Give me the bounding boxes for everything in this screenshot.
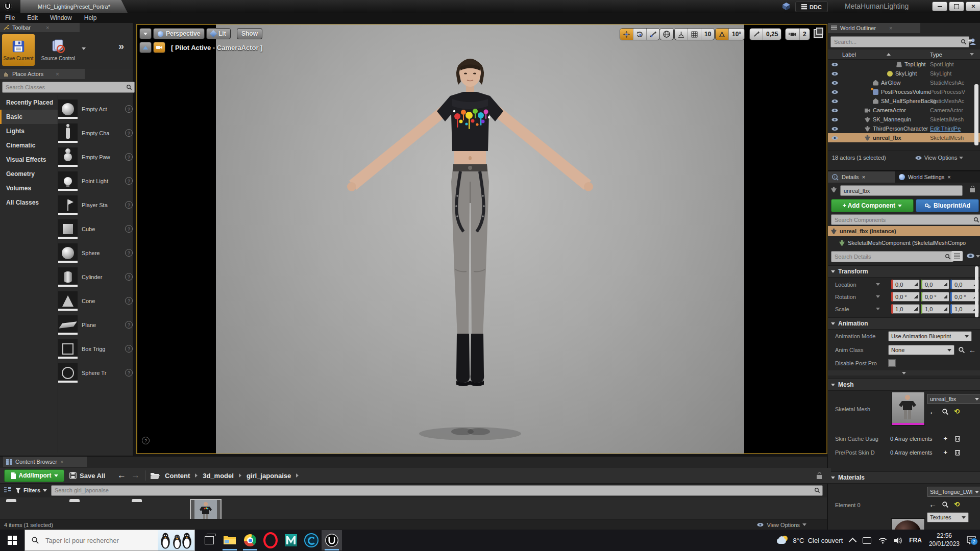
- drag-handle-icon[interactable]: [944, 307, 947, 311]
- menu-help[interactable]: Help: [84, 14, 97, 21]
- language-indicator[interactable]: FRA: [909, 537, 922, 544]
- menu-window[interactable]: Window: [50, 14, 72, 21]
- show-button[interactable]: Show: [237, 28, 262, 39]
- close-icon[interactable]: ×: [889, 25, 892, 31]
- capture-one-button[interactable]: [301, 530, 322, 550]
- details-grid-view-button[interactable]: [951, 251, 963, 261]
- materials-section-header[interactable]: Materials: [828, 471, 980, 484]
- visibility-eye-icon[interactable]: [832, 99, 838, 103]
- notification-center-button[interactable]: 2: [967, 536, 976, 544]
- toolbar-expand-chevron-icon[interactable]: »: [118, 40, 124, 52]
- drag-handle-icon[interactable]: [944, 295, 947, 298]
- world-local-toggle[interactable]: [659, 28, 674, 40]
- actor-item-empty-character[interactable]: Empty Cha ?: [58, 121, 133, 145]
- animation-mode-dropdown[interactable]: Use Animation Blueprint: [888, 331, 972, 341]
- file-explorer-button[interactable]: [219, 530, 240, 550]
- material-dropdown[interactable]: Std_Tongue_LWI: [927, 487, 980, 497]
- help-icon[interactable]: ?: [125, 273, 133, 281]
- help-icon[interactable]: ?: [125, 225, 133, 233]
- breadcrumb-content[interactable]: Content: [165, 472, 190, 480]
- actor-item-empty-actor[interactable]: Empty Act ?: [58, 97, 133, 121]
- visibility-eye-icon[interactable]: [832, 71, 838, 75]
- outliner-row-selected[interactable]: unreal_fbx SkeletalMesh: [828, 133, 980, 142]
- content-view-options[interactable]: View Options: [756, 522, 806, 528]
- close-icon[interactable]: ×: [862, 174, 865, 180]
- place-actors-tab[interactable]: Place Actors ×: [0, 69, 85, 79]
- clock[interactable]: 22:56 20/01/2023: [929, 532, 960, 548]
- chevron-down-icon[interactable]: [976, 255, 980, 258]
- browse-search-icon[interactable]: [958, 346, 965, 354]
- outliner-row-type-link[interactable]: Edit ThirdPe: [930, 126, 961, 132]
- asset-item-selected[interactable]: [190, 499, 222, 519]
- breadcrumb-3d-model[interactable]: 3d_model: [203, 472, 234, 480]
- close-button[interactable]: ✕: [966, 2, 980, 11]
- column-label[interactable]: Label: [842, 52, 856, 58]
- viewport-options-button[interactable]: [139, 28, 152, 39]
- browse-search-icon[interactable]: [942, 408, 949, 415]
- content-browser-tab[interactable]: Content Browser ×: [3, 457, 87, 467]
- save-all-button[interactable]: Save All: [69, 472, 105, 480]
- category-geometry[interactable]: Geometry: [0, 167, 58, 181]
- details-scrollbar[interactable]: [975, 266, 978, 317]
- back-arrow-icon[interactable]: ←: [117, 470, 126, 481]
- rotation-x-field[interactable]: 0,0 °: [892, 292, 920, 302]
- move-tool-button[interactable]: [620, 29, 633, 40]
- component-row[interactable]: SkeletalMeshComponent (SkeletalMeshCompo: [828, 238, 980, 248]
- add-component-button[interactable]: + Add Component: [831, 199, 914, 212]
- search-details[interactable]: [831, 251, 953, 262]
- close-icon[interactable]: ×: [60, 459, 63, 465]
- category-basic[interactable]: Basic: [0, 110, 58, 124]
- add-element-icon[interactable]: +: [944, 435, 948, 442]
- camera-speed-value[interactable]: 2: [799, 29, 810, 40]
- anim-class-dropdown[interactable]: None: [888, 345, 954, 355]
- skeletal-mesh-dropdown[interactable]: unreal_fbx: [927, 394, 980, 404]
- folder-open-icon[interactable]: [151, 472, 160, 479]
- task-view-button[interactable]: [199, 530, 219, 550]
- scale-tool-button[interactable]: [646, 29, 659, 40]
- scale-y-field[interactable]: 1,0: [922, 304, 949, 314]
- rotation-y-field[interactable]: 0,0 °: [922, 292, 949, 302]
- help-icon[interactable]: ?: [125, 105, 133, 113]
- category-visual-effects[interactable]: Visual Effects: [0, 153, 58, 167]
- scale-snap-toggle[interactable]: [750, 29, 763, 40]
- close-icon[interactable]: ×: [947, 174, 950, 180]
- location-y-field[interactable]: 0,0: [922, 280, 949, 289]
- location-label[interactable]: Location: [835, 282, 874, 288]
- help-icon[interactable]: ?: [125, 201, 133, 209]
- drag-handle-icon[interactable]: [914, 307, 918, 311]
- place-actors-search-input[interactable]: [5, 84, 126, 91]
- taskbar-search[interactable]: [24, 530, 195, 551]
- rotation-snap-value[interactable]: 10°: [728, 29, 744, 40]
- taskbar-search-input[interactable]: [44, 536, 143, 545]
- outliner-search-input[interactable]: [833, 38, 961, 45]
- drag-handle-icon[interactable]: [914, 283, 918, 286]
- tab-details[interactable]: i Details ×: [828, 171, 895, 183]
- content-lock-icon[interactable]: [817, 475, 822, 479]
- perspective-button[interactable]: Perspective: [153, 28, 205, 39]
- details-visibility-icon[interactable]: [967, 254, 974, 258]
- actor-item-point-light[interactable]: Point Light ?: [58, 169, 133, 193]
- search-components[interactable]: [831, 214, 980, 225]
- actor-item-sphere-trigger[interactable]: Sphere Tr ?: [58, 361, 133, 385]
- rotation-snap-toggle[interactable]: [716, 29, 728, 40]
- help-icon[interactable]: ?: [125, 297, 133, 305]
- close-icon[interactable]: ×: [46, 24, 49, 31]
- use-selected-arrow-icon[interactable]: ←: [969, 346, 976, 354]
- visibility-eye-icon[interactable]: [832, 108, 838, 112]
- start-button[interactable]: [0, 530, 24, 550]
- search-components-input[interactable]: [834, 216, 973, 223]
- visibility-eye-icon[interactable]: [832, 90, 838, 93]
- component-instance-row[interactable]: unreal_fbx (Instance): [828, 226, 980, 236]
- ddc-button[interactable]: DDC: [795, 2, 828, 12]
- scale-snap-value[interactable]: 0,25: [763, 29, 781, 40]
- skeletal-mesh-thumbnail[interactable]: [891, 392, 925, 425]
- outliner-row[interactable]: AirGlow StaticMeshAc: [828, 78, 980, 87]
- drag-handle-icon[interactable]: [944, 283, 947, 286]
- sources-panel-icon[interactable]: [4, 487, 11, 493]
- outliner-row[interactable]: SkyLight SkyLight: [828, 69, 980, 78]
- actor-item-cylinder[interactable]: Cylinder ?: [58, 265, 133, 289]
- add-import-button[interactable]: Add/Import: [4, 469, 64, 482]
- help-icon[interactable]: ?: [125, 321, 133, 329]
- actor-item-box-trigger[interactable]: Box Trigg ?: [58, 337, 133, 361]
- actor-item-empty-pawn[interactable]: Empty Paw ?: [58, 145, 133, 169]
